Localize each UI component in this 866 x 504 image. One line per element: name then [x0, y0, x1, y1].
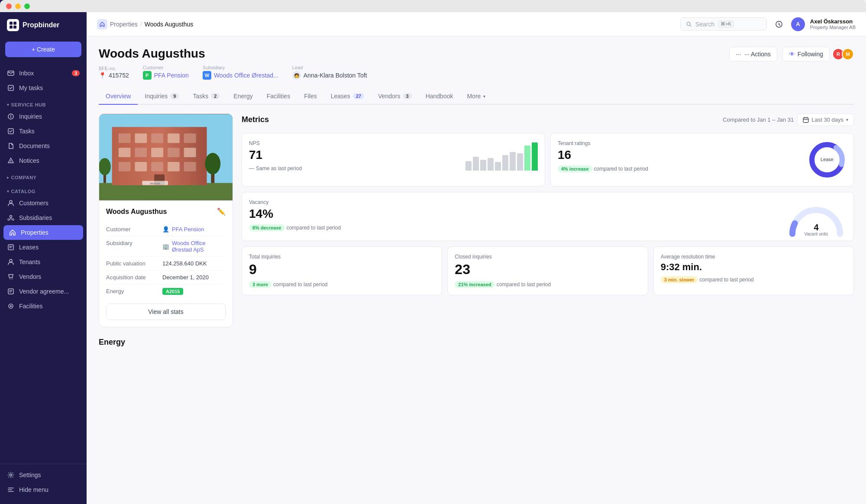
metrics-period: Compared to Jan 1 – Jan 31 Last 30 days … [723, 113, 854, 126]
inbox-icon [7, 69, 15, 77]
sidebar-item-properties[interactable]: Properties [3, 225, 83, 240]
edit-icon[interactable]: ✏️ [217, 207, 226, 216]
tenant-value: 16 [558, 148, 808, 162]
service-hub-header[interactable]: ▾ SERVICE HUB [0, 99, 87, 109]
sidebar-item-hide-menu[interactable]: Hide menu [0, 482, 87, 497]
nps-bar [517, 153, 523, 171]
nps-bar [473, 157, 479, 171]
user-info: Axel Öskarsson Property Manager AB [810, 18, 856, 30]
inquiries-badge: 9 [170, 93, 179, 99]
svg-point-14 [10, 278, 10, 279]
tab-overview[interactable]: Overview [99, 88, 138, 105]
svg-rect-33 [151, 148, 163, 157]
nps-bar [488, 158, 494, 171]
documents-icon [7, 142, 15, 150]
following-button[interactable]: 👁 Following [782, 47, 830, 61]
close-button[interactable] [6, 3, 12, 9]
nps-bar [465, 161, 472, 171]
tab-files[interactable]: Files [297, 88, 324, 105]
svg-rect-3 [13, 26, 16, 29]
tab-more[interactable]: More ▾ [460, 88, 492, 105]
sidebar-item-tasks[interactable]: Tasks [0, 124, 87, 139]
topbar-right: Search ⌘+K A Axel Öskarsson Property Man… [680, 17, 856, 31]
breadcrumb-parent[interactable]: Properties [110, 21, 138, 28]
metrics-header: Metrics Compared to Jan 1 – Jan 31 Last … [242, 113, 854, 126]
sidebar-item-my-tasks[interactable]: My tasks [0, 81, 87, 95]
tab-tasks[interactable]: Tasks 2 [186, 88, 226, 105]
vacancy-label: Vacancy [249, 199, 786, 205]
nps-label: NPS [249, 140, 465, 146]
maximize-button[interactable] [24, 3, 30, 9]
nps-value: 71 [249, 148, 465, 162]
overview-layout: WOODS Woods Augusthus ✏️ Customer [99, 113, 854, 327]
sidebar-item-inquiries[interactable]: Inquiries [0, 109, 87, 124]
logo-icon [7, 19, 19, 31]
leases-icon [7, 243, 15, 251]
tenants-icon [7, 258, 15, 266]
search-box[interactable]: Search ⌘+K [680, 17, 767, 31]
subsidiary-avatar: W [203, 71, 211, 80]
vacancy-decrease-badge: 6% decrease [249, 224, 285, 231]
slower-badge: 3 min. slower [661, 276, 698, 283]
sidebar-item-customers[interactable]: Customers [0, 196, 87, 210]
nps-bar [495, 162, 501, 171]
property-name: Woods Augusthus [106, 208, 167, 216]
minimize-button[interactable] [15, 3, 21, 9]
svg-rect-16 [8, 289, 13, 294]
sidebar-item-facilities[interactable]: Facilities [0, 299, 87, 313]
sidebar-item-documents[interactable]: Documents [0, 139, 87, 153]
info-energy-value: A2015 [162, 288, 183, 295]
closed-inquiries-value: 23 [455, 262, 640, 278]
actions-button[interactable]: ··· ··· Actions [729, 47, 777, 61]
sidebar-item-leases[interactable]: Leases [0, 240, 87, 255]
energy-section-title: Energy [99, 338, 854, 347]
sidebar-item-subsidiaries[interactable]: Subsidiaries [0, 210, 87, 225]
main-content: Properties / Woods Augusthus Search ⌘+K … [87, 12, 866, 504]
page-actions: ··· ··· Actions 👁 Following R M [729, 47, 854, 61]
svg-point-45 [205, 153, 220, 174]
total-inquiries-footer: 3 more compared to last period [249, 281, 435, 288]
sidebar-item-vendors[interactable]: Vendors [0, 269, 87, 284]
view-all-stats-button[interactable]: View all stats [106, 304, 226, 320]
svg-rect-39 [168, 162, 180, 171]
vacancy-data: Vacancy 14% 6% decrease compared to last… [249, 199, 786, 231]
lead-avatar: 🧑 [292, 71, 301, 80]
meta-row: BFE-no. 📍 415752 Customer P PFA Pension … [99, 65, 854, 80]
subsidiaries-icon [7, 214, 15, 222]
customer-label: Customer [143, 65, 189, 70]
sidebar: Propbinder + Create Inbox 3 My tasks ▾ S… [0, 0, 87, 504]
tab-leases[interactable]: Leases 27 [324, 88, 371, 105]
closed-inquiries-card: Closed inquiries 23 21% increased compar… [447, 246, 648, 295]
tab-energy[interactable]: Energy [226, 88, 259, 105]
vendors-icon [7, 273, 15, 281]
tab-inquiries[interactable]: Inquiries 9 [138, 88, 186, 105]
sidebar-item-settings[interactable]: Settings [0, 468, 87, 482]
info-valuation-value: 124.258.640 DKK [162, 260, 207, 267]
timer-icon[interactable] [772, 17, 786, 31]
lead-label: Lead [292, 65, 367, 70]
create-button[interactable]: + Create [5, 42, 81, 57]
tab-facilities[interactable]: Facilities [260, 88, 297, 105]
notices-icon [7, 157, 15, 165]
sidebar-item-notices[interactable]: Notices [0, 153, 87, 168]
info-customer-value: 👤 PFA Pension [162, 226, 204, 233]
svg-rect-1 [13, 22, 16, 25]
svg-rect-27 [135, 133, 147, 143]
company-header[interactable]: ▸ COMPANY [0, 171, 87, 182]
tenant-data: Tenant ratings 16 4% increase compared t… [558, 140, 808, 172]
meta-subsidiary: Subsidiary W Woods Office Ørestad... [203, 65, 278, 80]
catalog-header[interactable]: ▾ CATALOG [0, 185, 87, 196]
sidebar-item-vendor-agreements[interactable]: Vendor agreeme... [0, 284, 87, 299]
sidebar-item-inbox[interactable]: Inbox 3 [0, 66, 87, 81]
info-subsidiary-link[interactable]: Woods Office Ørestad ApS [172, 240, 226, 253]
subsidiary-link[interactable]: Woods Office Ørestad... [214, 72, 278, 79]
info-customer-link[interactable]: PFA Pension [172, 226, 204, 233]
period-selector[interactable]: Last 30 days ▾ [797, 113, 854, 126]
sidebar-item-tenants[interactable]: Tenants [0, 255, 87, 269]
tab-handbook[interactable]: Handbook [419, 88, 460, 105]
energy-badge: A2015 [162, 288, 183, 295]
user-avatar[interactable]: A [791, 17, 805, 31]
customer-link[interactable]: PFA Pension [154, 72, 189, 79]
tab-vendors[interactable]: Vendors 3 [371, 88, 419, 105]
breadcrumb-icon [97, 19, 107, 29]
